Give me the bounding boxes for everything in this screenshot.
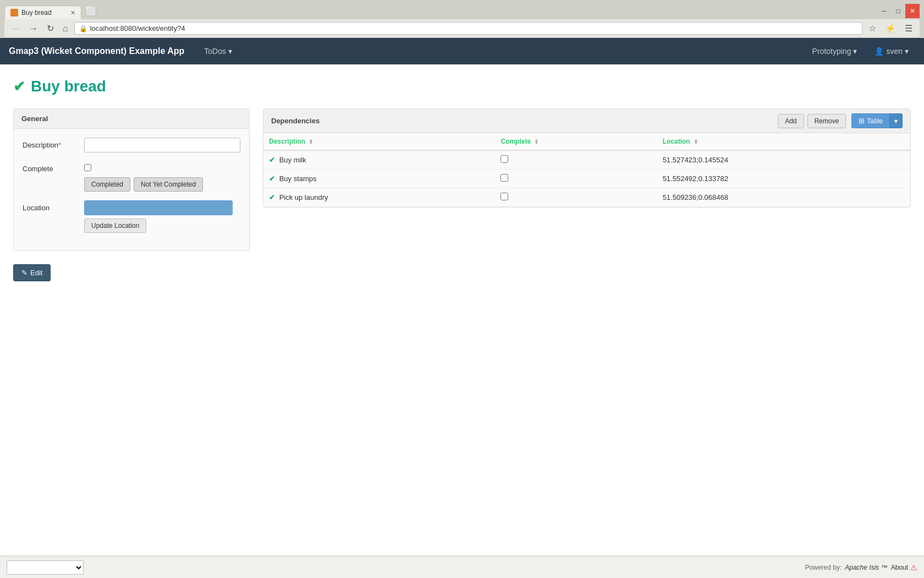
row2-location: 51.552492;0.133782 (657, 170, 910, 188)
bottom-bar: Powered by: Apache Isis ™ About ⚠ (0, 556, 924, 578)
table-dropdown-button[interactable]: ▾ (889, 113, 903, 128)
row1-complete (495, 150, 657, 170)
menu-button[interactable]: ☰ (902, 22, 915, 35)
home-button[interactable]: ⌂ (60, 23, 71, 35)
edit-icon: ✎ (21, 269, 28, 277)
bottom-select-wrapper (7, 560, 84, 575)
description-label: Description* (23, 138, 78, 149)
table-grid-icon: ⊞ (859, 117, 865, 125)
row2-complete (495, 170, 657, 188)
location-input[interactable]: 51.501364;-0.141890 (84, 200, 233, 215)
col-description[interactable]: Description ⇕ (263, 133, 495, 150)
user-label: sven (886, 47, 903, 56)
dependencies-panel-header: Dependencies Add Remove ⊞ Table ▾ (263, 109, 910, 133)
bottom-right: Powered by: Apache Isis ™ About ⚠ (805, 563, 917, 572)
dependencies-title: Dependencies (271, 117, 774, 125)
location-sort-icon: ⇕ (694, 139, 698, 145)
todos-nav-item[interactable]: ToDos ▾ (197, 39, 239, 63)
about-warning-icon: ⚠ (910, 563, 917, 572)
row3-complete-checkbox[interactable] (501, 193, 508, 200)
app-brand: Gmap3 (Wicket Component) Example App (9, 46, 184, 56)
about-label: About (891, 564, 908, 571)
row1-location: 51.527423;0.145524 (657, 150, 910, 170)
row2-description: ✔ Buy stamps (263, 170, 495, 188)
extensions-button[interactable]: ⚡ (882, 22, 899, 35)
row2-check-icon: ✔ (269, 175, 275, 183)
prototyping-nav-item[interactable]: Prototyping ▾ (806, 39, 864, 63)
complete-checkbox[interactable] (84, 164, 91, 171)
title-check-icon: ✔ (13, 78, 25, 95)
bottom-select[interactable] (7, 560, 84, 575)
location-label: Location (23, 200, 78, 212)
dependencies-panel: Dependencies Add Remove ⊞ Table ▾ (263, 108, 911, 208)
todos-dropdown-icon: ▾ (228, 47, 232, 56)
row1-description: ✔ Buy milk (263, 150, 495, 170)
row1-complete-checkbox[interactable] (501, 155, 508, 163)
row3-complete (495, 188, 657, 207)
tab-favicon (10, 9, 18, 17)
window-minimize-button[interactable]: ─ (877, 4, 891, 18)
address-lock-icon: 🔒 (79, 25, 87, 32)
app-navbar: Gmap3 (Wicket Component) Example App ToD… (0, 38, 924, 64)
add-button[interactable]: Add (778, 114, 804, 128)
complete-checkbox-wrapper (84, 161, 203, 173)
page-title: Buy bread (31, 78, 106, 95)
page-title-row: ✔ Buy bread (13, 78, 911, 95)
dependencies-table-head: Description ⇕ Complete ⇕ Location ⇕ (263, 133, 910, 150)
reload-button[interactable]: ↻ (44, 22, 57, 35)
row2-complete-checkbox[interactable] (501, 174, 508, 182)
complete-label: Complete (23, 161, 78, 173)
tab-title: Buy bread (21, 9, 52, 17)
not-yet-completed-button[interactable]: Not Yet Completed (134, 177, 203, 192)
address-bar: 🔒 localhost:8080/wicket/entity?4 (74, 22, 862, 35)
powered-by-label: Powered by: (805, 564, 842, 571)
general-panel: General Description* Buy bread Complete (13, 108, 250, 251)
complete-row: Complete Completed Not Yet Completed (23, 161, 240, 192)
tab-close-button[interactable]: ✕ (70, 9, 75, 17)
table-row: ✔ Buy milk 51.527423;0.145524 (263, 150, 910, 170)
complete-sort-icon: ⇕ (534, 139, 538, 145)
todos-label: ToDos (204, 47, 226, 56)
table-dropdown-icon: ▾ (894, 117, 898, 125)
edit-button[interactable]: ✎ Edit (13, 264, 51, 281)
row3-check-icon: ✔ (269, 193, 275, 201)
user-icon: 👤 (875, 47, 884, 56)
general-panel-header: General (14, 109, 249, 129)
dependencies-table-wrapper: Description ⇕ Complete ⇕ Location ⇕ (263, 133, 910, 207)
table-label: Table (867, 117, 883, 125)
required-asterisk: * (58, 141, 61, 149)
prototyping-dropdown-icon: ▾ (853, 47, 857, 56)
completed-button[interactable]: Completed (84, 177, 130, 192)
forward-button[interactable]: → (26, 23, 41, 35)
description-input[interactable]: Buy bread (84, 138, 240, 152)
user-nav-item[interactable]: 👤 sven ▾ (868, 39, 915, 63)
window-maximize-button[interactable]: □ (891, 4, 905, 18)
location-row: Location 51.501364;-0.141890 Update Loca… (23, 200, 240, 233)
dependencies-table-body: ✔ Buy milk 51.527423;0.145524 ✔ Buy (263, 150, 910, 207)
dependencies-table: Description ⇕ Complete ⇕ Location ⇕ (263, 133, 910, 207)
window-close-button[interactable]: ✕ (905, 4, 920, 18)
apache-isis-label: Apache Isis ™ (845, 564, 887, 571)
table-row: ✔ Buy stamps 51.552492;0.133782 (263, 170, 910, 188)
row3-location: 51.509236;0.068468 (657, 188, 910, 207)
prototyping-label: Prototyping (812, 47, 851, 56)
remove-button[interactable]: Remove (807, 114, 846, 128)
col-complete[interactable]: Complete ⇕ (495, 133, 657, 150)
bookmark-button[interactable]: ☆ (866, 22, 879, 35)
table-row: ✔ Pick up laundry 51.509236;0.068468 (263, 188, 910, 207)
address-input[interactable]: localhost:8080/wicket/entity?4 (90, 24, 857, 32)
description-row: Description* Buy bread (23, 138, 240, 152)
row1-check-icon: ✔ (269, 156, 275, 164)
about-link[interactable]: About ⚠ (891, 563, 917, 572)
table-button[interactable]: ⊞ Table (851, 113, 889, 128)
back-button[interactable]: ← (9, 23, 23, 35)
page-content: ✔ Buy bread General Description* Buy bre… (0, 64, 924, 554)
row3-description: ✔ Pick up laundry (263, 188, 495, 207)
description-sort-icon: ⇕ (309, 139, 313, 145)
col-location[interactable]: Location ⇕ (657, 133, 910, 150)
new-tab-button[interactable]: ⬜ (81, 3, 101, 19)
browser-tab[interactable]: Buy bread ✕ (4, 6, 81, 19)
user-dropdown-icon: ▾ (905, 47, 909, 56)
update-location-button[interactable]: Update Location (84, 219, 146, 233)
